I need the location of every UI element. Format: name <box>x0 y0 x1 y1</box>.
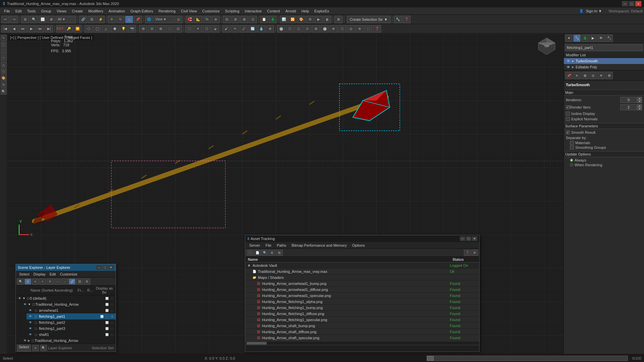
extra-btn10[interactable]: ⊛ <box>356 25 364 33</box>
at-close-button[interactable]: ✕ <box>472 236 477 241</box>
all-dropdown[interactable]: All▼ <box>56 16 76 23</box>
extra-btn11[interactable]: ⬚ <box>364 25 372 33</box>
at-settings-btn[interactable]: ⚙ <box>471 250 478 256</box>
spacing-tool-button[interactable]: ⊠ <box>240 16 248 23</box>
scene-explorer-minimize-button[interactable]: ─ <box>96 265 102 270</box>
at-minimize-button[interactable]: ─ <box>460 236 465 241</box>
snap-btn5[interactable]: ⊡ <box>174 25 182 33</box>
sidebar-vertex-icon[interactable]: · <box>1 48 7 54</box>
ts-render-iters-checkbox[interactable] <box>566 105 570 109</box>
menu-scripting[interactable]: Scripting <box>222 7 242 14</box>
se-menu-edit[interactable]: Edit <box>48 272 58 277</box>
at-row-img4[interactable]: 🖼 Hunting_Arrow_fletching1_alpha.png Fou… <box>245 299 479 305</box>
sub-btn4[interactable]: ⬙ <box>211 25 219 33</box>
menu-explorex[interactable]: ExplorEx <box>312 7 332 14</box>
se-new-layer-button[interactable]: + <box>39 279 46 285</box>
ts-render-iters-input[interactable] <box>620 104 637 110</box>
extra-btn3[interactable]: ◻ <box>294 25 303 33</box>
anim-btn3[interactable]: ⏮ <box>19 25 27 33</box>
at-tb-btn2[interactable]: 📄 <box>254 250 261 256</box>
snap-btn3[interactable]: ⊠ <box>157 25 165 33</box>
sidebar-select-icon[interactable]: ↖ <box>1 35 7 41</box>
ts-main-header[interactable]: Main <box>564 89 644 96</box>
sidebar-sub-icon[interactable]: ⬛ <box>1 42 7 48</box>
select-by-name-button[interactable]: 🔍 <box>30 16 38 23</box>
at-row-img7[interactable]: 🖼 Hunting_Arrow_fletching1_specular.png … <box>245 317 479 323</box>
menu-customize[interactable]: Customize <box>200 7 222 14</box>
mod-make-unique-button[interactable]: ⊙ <box>589 72 597 79</box>
mirror-button[interactable]: ⊟ <box>223 16 231 23</box>
at-row-img2[interactable]: 🖼 Hunting_Arrow_arrowhead1_diffuse.png F… <box>245 287 479 293</box>
material-editor-button[interactable]: 🎨 <box>297 16 305 23</box>
menu-tools[interactable]: Tools <box>24 7 39 14</box>
menu-edit[interactable]: Edit <box>13 7 24 14</box>
create-selection-button[interactable]: Create Selection Se ▼ <box>347 16 391 23</box>
geo-btn5[interactable]: 💡 <box>119 25 127 33</box>
modifier-turbosmooth[interactable]: 👁 ▶ TurboSmooth <box>564 58 644 64</box>
select-rotate-button[interactable]: ↻ <box>116 16 124 23</box>
scene-explorer-button[interactable]: 🌲 <box>269 16 277 23</box>
select-region-button[interactable]: ⬜ <box>39 16 47 23</box>
sidebar-face-icon[interactable]: △ <box>1 62 7 68</box>
extra-btn6[interactable]: ⬤ <box>321 25 329 33</box>
sidebar-orbit-icon[interactable]: ↻ <box>1 82 7 88</box>
ts-always-radio[interactable] <box>570 159 573 162</box>
reference-coord-button[interactable]: 🌐 <box>145 16 153 23</box>
menu-help[interactable]: Help <box>299 7 312 14</box>
se-row-fl1p2[interactable]: 👁 ◻ fletching1_part2 ⬜ ⬚ <box>26 319 116 325</box>
se-row-tha2[interactable]: 👁 ▶ ◻ Traditional_Hunting_Arrow <box>21 338 116 344</box>
rp-display-icon[interactable]: 👁 <box>597 35 605 42</box>
menu-arnold[interactable]: Arnold <box>283 7 299 14</box>
ts-iterations-down[interactable]: ▼ <box>637 100 642 103</box>
spinner-snap-button[interactable]: ⊕ <box>212 16 220 23</box>
anim-btn1[interactable]: |◀ <box>1 25 9 33</box>
se-outdent-button[interactable]: ← <box>61 279 68 285</box>
angle-snap-button[interactable]: 📐 <box>194 16 202 23</box>
sign-in-label[interactable]: Sign In ▼ <box>586 9 602 13</box>
ts-materials-checkbox[interactable] <box>570 141 574 145</box>
extra-btn9[interactable]: ◎ <box>347 25 355 33</box>
anim-btn4[interactable]: ▶ <box>28 25 36 33</box>
paint-btn1[interactable]: 🖌 <box>222 25 230 33</box>
menu-create[interactable]: Create <box>69 7 86 14</box>
viewport[interactable]: X Y [+] [ Perspective ] [ User Defined ]… <box>7 34 564 362</box>
at-scrollbar-thumb[interactable] <box>247 342 267 345</box>
anim-btn5[interactable]: ⏭ <box>36 25 44 33</box>
paint-btn3[interactable]: 🖊 <box>240 25 248 33</box>
menu-views[interactable]: Views <box>54 7 69 14</box>
menu-animation[interactable]: Animation <box>106 7 128 14</box>
asset-tracking-titlebar[interactable]: 3 Asset Tracking ─ □ ✕ <box>245 235 479 242</box>
mod-show-final-button[interactable]: ⊞ <box>581 72 589 79</box>
mod-pin-button[interactable]: 📌 <box>565 72 573 79</box>
extra-btn4[interactable]: ⊙ <box>303 25 311 33</box>
menu-rendering[interactable]: Rendering <box>156 7 178 14</box>
rp-motion-icon[interactable]: ▶ <box>589 35 597 42</box>
time-slider-thumb[interactable] <box>427 356 434 361</box>
render-frame-button[interactable]: 🖥 <box>334 16 342 23</box>
link-button[interactable]: 🔗 <box>79 16 87 23</box>
redo-button[interactable]: ↪ <box>10 16 18 23</box>
geo-btn1[interactable]: ⬡ <box>85 25 93 33</box>
rp-modify-icon[interactable]: 🔧 <box>573 35 581 42</box>
view-dropdown[interactable]: View▼ <box>154 16 174 23</box>
viewport-nav-cube[interactable]: TOP <box>537 36 557 56</box>
scene-explorer-titlebar[interactable]: Scene Explorer - Layer Explorer ─ □ ✕ <box>16 264 116 271</box>
mod-stack-button[interactable]: ≡ <box>573 72 581 79</box>
active-shade-button[interactable]: ◐ <box>323 16 331 23</box>
extra-btn2[interactable]: ⬡ <box>286 25 294 33</box>
close-button[interactable]: ✕ <box>635 1 641 6</box>
at-row-img5[interactable]: 🖼 Hunting_Arrow_fletching1_bump.png Foun… <box>245 305 479 311</box>
menu-civil-view[interactable]: Civil View <box>178 7 199 14</box>
paint-btn2[interactable]: ✏ <box>231 25 239 33</box>
at-scrollbar-horizontal[interactable] <box>245 341 479 345</box>
at-menu-paths[interactable]: Paths <box>274 243 289 248</box>
se-footer-select-dropdown[interactable]: Select <box>17 345 31 351</box>
at-row-img10[interactable]: 🖼 Hunting_Arrow_shaft_specular.png Found <box>245 335 479 341</box>
ts-render-iters-up[interactable]: ▲ <box>637 104 642 107</box>
ts-explicit-normals-checkbox[interactable] <box>566 117 570 121</box>
se-row-arrowhead1[interactable]: 👁 ◻ arrowhead1 ⬜ ⬚ <box>26 307 116 313</box>
at-row-img1[interactable]: 🖼 Hunting_Arrow_arrowhead1_bump.png Foun… <box>245 281 479 287</box>
key-filters-button[interactable]: 🔽 <box>73 25 82 33</box>
render-setup-button[interactable]: ⚙ <box>306 16 314 23</box>
geo-btn6[interactable]: 📷 <box>128 25 136 33</box>
